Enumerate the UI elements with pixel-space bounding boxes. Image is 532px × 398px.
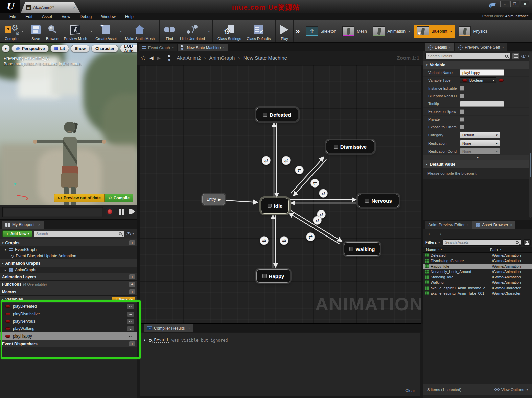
add-new-button[interactable]: ＋Add New▾ <box>2 230 32 237</box>
expand-icon[interactable]: ▸ <box>5 268 7 272</box>
save-button[interactable]: Save <box>28 20 43 42</box>
menu-window[interactable]: Window <box>96 14 120 19</box>
record-button[interactable] <box>106 207 114 216</box>
transition-rule-icon[interactable]: ⇄ <box>319 189 328 198</box>
transition-rule-icon[interactable]: ⇄ <box>282 156 291 165</box>
eye-closed-icon[interactable] <box>127 304 134 309</box>
variable-section-header[interactable]: ▾Variable <box>423 61 532 69</box>
variables-section-header[interactable]: ▾Variables ＋Variable <box>0 295 137 303</box>
create-asset-button[interactable]: ✦ Create Asset <box>93 20 119 42</box>
close-tab-icon[interactable]: × <box>449 46 451 49</box>
animation-layers-section-header[interactable]: Animation Layers ＋ <box>0 273 137 280</box>
expose-to-cinem-checkbox[interactable] <box>460 125 464 129</box>
details-scrollbar[interactable] <box>529 52 532 218</box>
expose-on-spaw-checkbox[interactable] <box>460 109 464 114</box>
lit-button[interactable]: Lit <box>50 45 69 52</box>
replication-select[interactable]: None▾ <box>460 140 500 146</box>
hide-unrelated-button[interactable]: Hide Unrelated <box>177 20 207 42</box>
mode-button-skeleton[interactable]: ☥Skeleton <box>303 25 339 38</box>
asset-row-akai_e_espiritu_Anim_mixamo_c[interactable]: akai_e_espiritu_Anim_mixamo_c/Game/Chara… <box>423 285 532 291</box>
dropdown-icon[interactable]: ▾ <box>409 30 410 33</box>
transition-rule-icon[interactable]: ⇄ <box>280 236 288 245</box>
details-search[interactable] <box>425 53 510 59</box>
add-graph-button[interactable]: ＋ <box>129 240 135 245</box>
visibility-filter-button[interactable]: ▾ <box>126 232 135 235</box>
menu-asset[interactable]: Asset <box>37 14 57 19</box>
default-value-section-header[interactable]: ▾Default Value <box>423 160 532 168</box>
advanced-expander[interactable]: ▾ <box>423 155 532 160</box>
history-back-icon[interactable]: ← <box>427 230 433 237</box>
new-state-machine-tab[interactable]: New State Machine× <box>178 44 228 51</box>
my-blueprint-tab[interactable]: My Blueprint × <box>2 221 44 229</box>
compile-dropdown-icon[interactable]: ▾ <box>22 30 23 33</box>
asset-search-input[interactable] <box>445 240 514 244</box>
breadcrumb-animgraph[interactable]: AnimGraph <box>209 55 235 61</box>
perspective-button[interactable]: Perspective <box>11 45 49 52</box>
bookmark-star-icon[interactable]: ☆ <box>140 54 146 62</box>
parent-class-link[interactable]: Anim Instance <box>505 14 529 18</box>
close-tab-icon[interactable]: × <box>223 46 225 49</box>
state-node-happy[interactable]: Happy <box>256 269 290 283</box>
step-forward-button[interactable] <box>129 209 135 214</box>
create-asset-dropdown-icon[interactable]: ▾ <box>120 30 122 33</box>
details-tab[interactable]: i Details× <box>425 43 454 51</box>
transition-rule-icon[interactable]: ⇄ <box>313 216 322 225</box>
tutorial-icon[interactable] <box>489 3 496 8</box>
back-icon[interactable]: ◀ <box>149 55 154 61</box>
asset-search[interactable] <box>443 239 521 246</box>
transition-rule-icon[interactable]: ⇄ <box>262 156 271 165</box>
variable-row-playDefeated[interactable]: playDefeated <box>0 303 137 310</box>
mode-button-animation[interactable]: Animation▾ <box>370 25 414 38</box>
path-column-header[interactable]: Path▲ <box>490 248 530 252</box>
make-static-mesh-button[interactable]: Make Static Mesh <box>122 20 157 42</box>
transition-rule-icon[interactable]: ⇄ <box>306 232 315 241</box>
compiler-results-tab[interactable]: > Compiler Results × <box>144 324 193 332</box>
state-node-defeated[interactable]: Defeated <box>256 108 298 121</box>
show-button[interactable]: Show <box>71 45 90 52</box>
variable-row-playWalking[interactable]: playWalking <box>0 325 137 332</box>
animgraph-item[interactable]: ▸ AnimGraph <box>0 267 137 273</box>
timeline-field[interactable] <box>2 207 103 217</box>
state-machine-canvas[interactable]: ANIMATION Entry▶DefeatedDismis <box>140 65 421 324</box>
menu-help[interactable]: Help <box>120 14 138 19</box>
eventgraph-item[interactable]: ▾ EventGraph <box>0 246 137 253</box>
class-settings-button[interactable]: ⚙ Class Settings <box>215 20 244 42</box>
state-node-idle[interactable]: Idle <box>261 198 289 214</box>
dropdown-icon[interactable]: ▾ <box>450 30 452 33</box>
preview-mesh-button[interactable]: Preview Mesh <box>61 20 90 42</box>
add-function-button[interactable]: ＋ <box>129 282 135 287</box>
animation-graphs-section-header[interactable]: ▾Animation Graphs <box>0 259 137 267</box>
close-window-button[interactable]: ✕ <box>521 1 529 7</box>
character-button[interactable]: Character <box>91 45 118 52</box>
view-options-button[interactable]: View Options▾ <box>494 388 529 392</box>
my-blueprint-search[interactable] <box>34 231 124 237</box>
close-tab-icon[interactable]: × <box>172 46 174 49</box>
mode-button-physics[interactable]: Physics <box>456 25 490 38</box>
expand-icon[interactable]: ▾ <box>5 248 7 251</box>
property-matrix-button[interactable] <box>512 53 519 59</box>
event-update-animation-item[interactable]: ◇ Event Blueprint Update Animation <box>0 253 137 259</box>
variable-type-select[interactable]: Boolean▾ <box>460 77 496 83</box>
mode-button-blueprint[interactable]: ✱Blueprint▾ <box>414 25 455 38</box>
variable-row-playHappy[interactable]: playHappy <box>0 332 137 340</box>
event-dispatchers-section-header[interactable]: Event Dispatchers ＋ <box>0 340 137 347</box>
viewport-options-dropdown[interactable]: ▾ <box>2 45 10 52</box>
variable-name-field[interactable]: playHappy <box>460 69 504 76</box>
class-defaults-button[interactable]: ✓ Class Defaults <box>244 20 273 42</box>
minimize-button[interactable]: – <box>500 1 509 7</box>
asset-row-Dismissing_Gesture[interactable]: Dismissing_Gesture/Game/Animation <box>423 258 532 264</box>
category-select[interactable]: Default▾ <box>460 132 500 138</box>
state-node-walking[interactable]: Walking <box>344 242 380 256</box>
asset-row-akai_e_espiritu_Anim_Take_001[interactable]: akai_e_espiritu_Anim_Take_001/Game/Chara… <box>423 291 532 296</box>
name-column-header[interactable]: Name▲▲ <box>426 248 490 252</box>
state-node-dismissive[interactable]: Dismissive <box>326 140 374 153</box>
functions-section-header[interactable]: Functions(4 Overridable) ＋ <box>0 280 137 288</box>
asset-row-Defeated[interactable]: Defeated/Game/Animation <box>423 253 532 258</box>
add-animation-layer-button[interactable]: ＋ <box>129 274 135 279</box>
blueprint-read-o-checkbox[interactable] <box>460 94 464 98</box>
anim-preview-editor-tab[interactable]: Anim Preview Editor× <box>425 221 472 229</box>
menu-debug[interactable]: Debug <box>75 14 96 19</box>
maximize-button[interactable]: ❐ <box>510 1 519 7</box>
entry-node[interactable]: Entry▶ <box>202 194 225 205</box>
eye-closed-icon[interactable] <box>127 326 134 331</box>
